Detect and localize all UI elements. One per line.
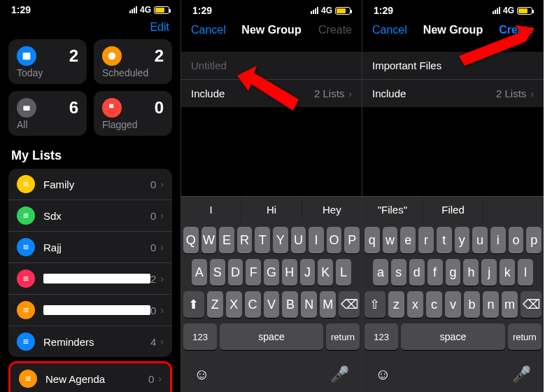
list-item[interactable]: 0 › xyxy=(8,295,172,326)
key-h[interactable]: h xyxy=(463,259,479,286)
prediction-item[interactable]: Hi xyxy=(241,197,302,223)
key-b[interactable]: b xyxy=(464,291,480,318)
list-item[interactable]: Sdx 0 › xyxy=(8,200,172,232)
key-u[interactable]: u xyxy=(472,227,488,253)
key-j[interactable]: j xyxy=(481,259,497,286)
return-key[interactable]: return xyxy=(326,323,360,350)
mic-icon[interactable]: 🎤 xyxy=(330,365,349,384)
key-k[interactable]: k xyxy=(500,259,515,286)
list-count: 4 xyxy=(150,336,156,348)
key-N[interactable]: N xyxy=(301,291,317,318)
key-A[interactable]: A xyxy=(192,259,207,286)
shift-key[interactable]: ⇧ xyxy=(364,291,385,318)
prediction-item[interactable]: I xyxy=(181,197,241,223)
svg-rect-22 xyxy=(26,378,31,379)
key-V[interactable]: V xyxy=(264,291,280,318)
cancel-button[interactable]: Cancel xyxy=(191,24,233,36)
key-e[interactable]: e xyxy=(400,227,416,253)
chevron-right-icon: › xyxy=(160,210,164,221)
key-x[interactable]: x xyxy=(407,291,423,318)
key-T[interactable]: T xyxy=(255,227,270,253)
key-W[interactable]: W xyxy=(201,227,217,253)
key-a[interactable]: a xyxy=(373,259,388,286)
scheduled-card[interactable]: 2 Scheduled xyxy=(94,39,172,84)
key-l[interactable]: l xyxy=(518,259,533,286)
key-J[interactable]: J xyxy=(300,259,316,286)
key-G[interactable]: G xyxy=(264,259,279,286)
key-L[interactable]: L xyxy=(336,259,351,286)
key-D[interactable]: D xyxy=(228,259,243,286)
backspace-key[interactable]: ⌫ xyxy=(521,291,542,318)
chevron-right-icon: › xyxy=(530,88,534,99)
key-v[interactable]: v xyxy=(445,291,461,318)
key-Q[interactable]: Q xyxy=(183,227,199,253)
battery-icon xyxy=(517,7,532,15)
key-p[interactable]: p xyxy=(526,227,542,253)
shift-key[interactable]: ⬆ xyxy=(183,291,204,318)
emoji-icon[interactable]: ☺ xyxy=(194,365,209,384)
key-y[interactable]: y xyxy=(455,227,470,253)
key-U[interactable]: U xyxy=(291,227,306,253)
key-r[interactable]: r xyxy=(418,227,434,253)
key-E[interactable]: E xyxy=(219,227,234,253)
list-item[interactable]: Reminders 4 › xyxy=(8,326,172,357)
create-button[interactable]: Create xyxy=(310,24,352,36)
prediction-item[interactable]: "Files" xyxy=(362,197,423,223)
key-d[interactable]: d xyxy=(409,259,425,286)
battery-icon xyxy=(154,6,169,14)
svg-rect-10 xyxy=(24,246,29,247)
space-key[interactable]: space xyxy=(401,323,504,350)
prediction-item[interactable]: Hey xyxy=(302,197,362,223)
prediction-item[interactable] xyxy=(483,197,544,223)
list-item[interactable]: Family 0 › xyxy=(8,169,172,200)
key-Z[interactable]: Z xyxy=(207,291,223,318)
num-key[interactable]: 123 xyxy=(183,323,217,350)
svg-rect-23 xyxy=(26,380,31,381)
list-item[interactable]: Rajj 0 › xyxy=(8,232,172,263)
signal-icon xyxy=(493,7,500,14)
key-K[interactable]: K xyxy=(318,259,333,286)
key-R[interactable]: R xyxy=(237,227,253,253)
key-P[interactable]: P xyxy=(344,227,360,253)
flagged-card[interactable]: 0 Flagged xyxy=(94,91,172,136)
list-item[interactable]: New Agenda 0 › xyxy=(10,363,170,392)
key-C[interactable]: C xyxy=(245,291,261,318)
list-item[interactable]: 2 › xyxy=(8,263,172,295)
key-F[interactable]: F xyxy=(246,259,261,286)
mic-icon[interactable]: 🎤 xyxy=(512,365,531,384)
include-row[interactable]: Include 2 Lists › xyxy=(362,80,544,107)
return-key[interactable]: return xyxy=(508,323,542,350)
space-key[interactable]: space xyxy=(220,323,323,350)
scheduled-count: 2 xyxy=(155,46,164,66)
svg-rect-8 xyxy=(24,217,29,218)
edit-button[interactable]: Edit xyxy=(150,21,169,33)
key-H[interactable]: H xyxy=(282,259,297,286)
key-g[interactable]: g xyxy=(446,259,461,286)
key-s[interactable]: s xyxy=(391,259,406,286)
emoji-icon[interactable]: ☺ xyxy=(375,365,390,384)
battery-icon xyxy=(335,7,351,15)
key-I[interactable]: I xyxy=(309,227,324,253)
key-O[interactable]: O xyxy=(327,227,342,253)
key-n[interactable]: n xyxy=(483,291,499,318)
key-Y[interactable]: Y xyxy=(273,227,288,253)
key-q[interactable]: q xyxy=(364,227,380,253)
key-S[interactable]: S xyxy=(210,259,225,286)
today-card[interactable]: 2 Today xyxy=(8,39,87,84)
key-c[interactable]: c xyxy=(426,291,442,318)
num-key[interactable]: 123 xyxy=(364,323,398,350)
key-t[interactable]: t xyxy=(437,227,452,253)
key-z[interactable]: z xyxy=(388,291,404,318)
key-B[interactable]: B xyxy=(282,291,298,318)
key-X[interactable]: X xyxy=(226,291,242,318)
key-w[interactable]: w xyxy=(383,227,398,253)
key-m[interactable]: m xyxy=(502,291,518,318)
backspace-key[interactable]: ⌫ xyxy=(339,291,360,318)
all-card[interactable]: 6 All xyxy=(8,91,87,136)
key-M[interactable]: M xyxy=(320,291,336,318)
prediction-item[interactable]: Filed xyxy=(423,197,484,223)
cancel-button[interactable]: Cancel xyxy=(372,24,414,36)
key-i[interactable]: i xyxy=(490,227,506,253)
key-f[interactable]: f xyxy=(427,259,443,286)
key-o[interactable]: o xyxy=(509,227,524,253)
